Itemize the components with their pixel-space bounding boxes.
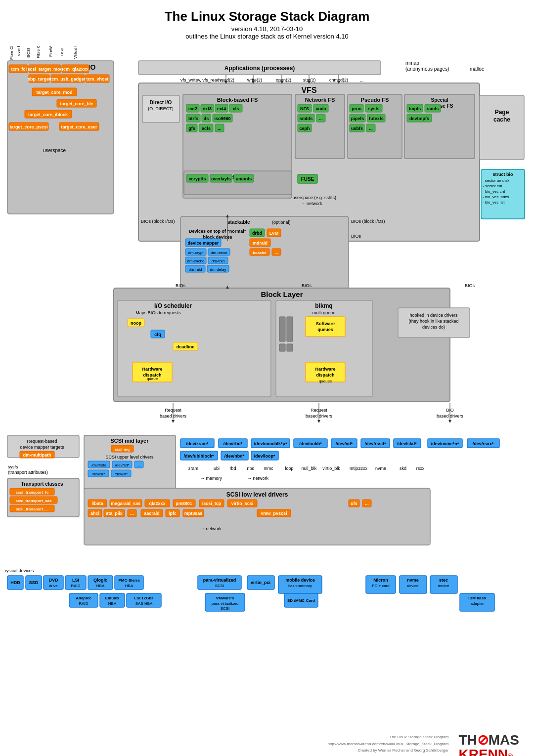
ibm-flash: IBM flash bbox=[468, 596, 486, 600]
subtitle: version 4.10, 2017-03-10 outlines the Li… bbox=[5, 25, 529, 40]
bios-right-label: BIOs (block I/Os) bbox=[351, 219, 385, 224]
tcm-qla2xxx: tcm_qla2xxx bbox=[62, 67, 89, 72]
network-label: → network bbox=[301, 201, 322, 206]
ecryptfs: ecryptfs bbox=[188, 176, 206, 181]
emulex: Emulex bbox=[105, 596, 120, 600]
ufs: ufs bbox=[351, 501, 357, 506]
optional-label: (optional) bbox=[272, 220, 291, 225]
overlayfs: overlayfs bbox=[211, 176, 231, 181]
megaraid-sas: megaraid_sas bbox=[111, 501, 140, 506]
pseudofs-label: Pseudo FS bbox=[361, 97, 389, 103]
networkfs-label: Network FS bbox=[305, 97, 335, 103]
mmap-label: mmap bbox=[405, 60, 419, 66]
device-mapper: device mapper bbox=[187, 241, 219, 246]
userspace-label: → userspace (e.g. sshfs) bbox=[287, 195, 336, 200]
vmware-scsi: VMware's bbox=[216, 596, 234, 600]
pmc-sierra: PMC-Sierra bbox=[118, 578, 140, 583]
hw-queues-label2: dispatch bbox=[316, 373, 334, 378]
hooked-label1: hooked in device drivers bbox=[409, 313, 458, 318]
stec-sub: device bbox=[438, 584, 449, 588]
queue-dots: ... bbox=[297, 353, 301, 358]
direct-io-sub: (O_DIRECT) bbox=[148, 106, 174, 111]
physical-devices-label: Physical devices bbox=[5, 568, 34, 573]
dev-rsxx: /dev/rsxx* bbox=[473, 441, 494, 446]
networkfs-etc: ... bbox=[319, 116, 323, 121]
fuse: FUSE bbox=[301, 176, 314, 182]
lsi-raid: LSI bbox=[72, 578, 79, 583]
open-syscall: open(2) bbox=[276, 78, 291, 83]
scsi-mq: scsi-mq bbox=[115, 447, 130, 452]
drbd: drbd bbox=[252, 231, 262, 236]
mobile-device: mobile device bbox=[285, 578, 315, 583]
devtmpfs: devtmpfs bbox=[409, 116, 429, 121]
pmc-sierra-sub: HBA bbox=[125, 584, 134, 588]
qla2xxx: qla2xxx bbox=[149, 501, 165, 506]
sd-mmc: SD-/MMC-Card bbox=[287, 598, 315, 603]
fibre-ch-eth-label: over Ethernet bbox=[16, 46, 21, 56]
nbd-drv: nbd bbox=[247, 466, 254, 471]
bios-block3: BIOs bbox=[465, 283, 475, 288]
ceph: ceph bbox=[299, 126, 310, 131]
mmap-label2: (anonymous pages) bbox=[405, 66, 449, 72]
dm-cache: dm-cache bbox=[187, 259, 205, 263]
dm-crypt: dm-crypt bbox=[188, 251, 204, 255]
usbfs: usbfs bbox=[351, 126, 363, 131]
dm-multipath: dm-multipath bbox=[23, 453, 51, 458]
tmpfs: tmpfs bbox=[409, 106, 421, 111]
noop: noop bbox=[131, 321, 141, 326]
fibre-ch-label: Fibre Channel bbox=[9, 46, 14, 60]
svg-rect-73 bbox=[287, 344, 293, 351]
dev-loop: /dev/loop* bbox=[254, 454, 275, 459]
firewire-label: FireWire bbox=[48, 46, 53, 57]
adaptec: Adaptec bbox=[76, 596, 91, 600]
blkmq-label: blkmq bbox=[315, 302, 332, 309]
dev-sr-star: /dev/sr* bbox=[91, 472, 105, 476]
tcm-fc: tcm_fc bbox=[11, 67, 25, 72]
dev-mmcblk: /dev/mmcblk*p* bbox=[254, 441, 287, 446]
nfs: NFS bbox=[300, 106, 309, 111]
emulex-sub: HBA bbox=[108, 601, 117, 606]
virtio-blk-drv: virtio_blk bbox=[322, 466, 340, 471]
libata: libata bbox=[91, 501, 104, 506]
flash-memory: flash memory bbox=[288, 584, 312, 588]
scsi-low-label: SCSI low level drivers bbox=[226, 491, 288, 498]
svg-rect-71 bbox=[287, 317, 293, 341]
scsi-mid-label: SCSI mid layer bbox=[110, 438, 149, 444]
pipefs: pipefs bbox=[351, 116, 364, 121]
memory-arrow-label: → memory bbox=[200, 476, 222, 481]
cfq: cfq bbox=[154, 332, 161, 337]
network-low-label: → network bbox=[200, 526, 222, 531]
virtual-host-label: Virtual Host bbox=[73, 46, 78, 59]
acfs: acfs bbox=[202, 126, 211, 131]
nvme-drv2: nvme bbox=[375, 466, 386, 471]
multi-queue-label: multi queue bbox=[312, 310, 336, 315]
lsi-raid-sub: RAID bbox=[71, 584, 80, 588]
iscsi-label: iSCSI bbox=[26, 48, 31, 58]
page-cache-label2: cache bbox=[493, 116, 510, 123]
target-core-file: target_core_file bbox=[60, 101, 93, 106]
stat-syscall: stat(2) bbox=[303, 78, 316, 83]
footer-text: The Linux Storage Stack Diagram http://w… bbox=[316, 734, 448, 756]
page-title: The Linux Storage Stack Diagram bbox=[5, 9, 529, 24]
dm-thin: dm-thin bbox=[212, 259, 225, 263]
bios-left-label: BIOs (block I/Os) bbox=[141, 219, 175, 224]
block-layer-label: Block Layer bbox=[261, 290, 303, 298]
bios-block2: BIOs bbox=[302, 283, 312, 288]
svg-rect-0 bbox=[7, 61, 114, 214]
vmware-scsi-sub2: SCSI bbox=[221, 606, 230, 611]
tcm-usb-gadget: tcm_usb_gadget bbox=[50, 77, 86, 82]
applications-label: Applications (processes) bbox=[224, 65, 295, 72]
specialfs-label: Special bbox=[431, 97, 448, 103]
bios-block1: BIOs bbox=[176, 283, 186, 288]
scsi-transport-other: scsi_transport_... bbox=[16, 507, 48, 511]
micron: Micron bbox=[373, 578, 388, 583]
svg-rect-8 bbox=[480, 95, 524, 160]
diagram-svg: LIO Applications (processes) mmap (anony… bbox=[5, 46, 529, 748]
dev-ubiblock: /dev/ubiblock* bbox=[183, 454, 214, 459]
blockfs-label: Block-based FS bbox=[217, 97, 258, 103]
lsi-sas-sub: SAS HBA bbox=[135, 601, 153, 606]
skd-drv: skd bbox=[400, 466, 406, 471]
usb-label: USB bbox=[60, 48, 64, 56]
ssd: SSD bbox=[29, 580, 39, 585]
unionfs: unionfs bbox=[236, 176, 252, 181]
